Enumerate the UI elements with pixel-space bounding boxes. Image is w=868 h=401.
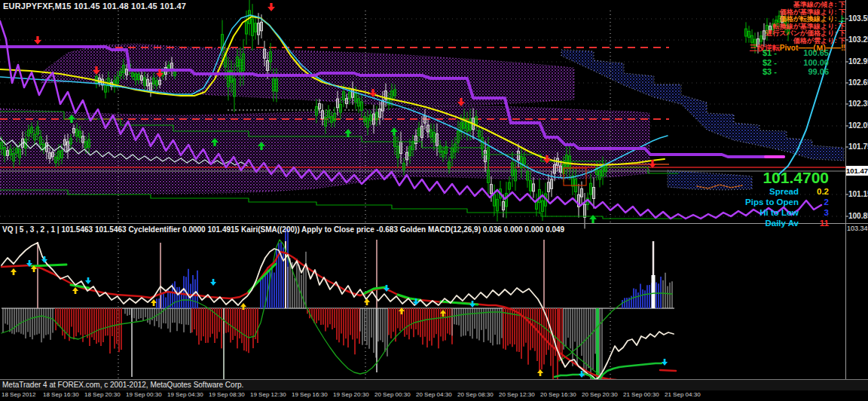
- price-axis-tick: 103.55: [848, 14, 868, 23]
- time-axis-label: 18 Sep 2012: [2, 391, 35, 398]
- time-axis[interactable]: 18 Sep 201218 Sep 16:3018 Sep 20:3019 Se…: [0, 390, 868, 401]
- price-axis-tick: 102.95: [848, 57, 868, 66]
- price-axis-tick: 103.25: [848, 35, 868, 44]
- time-axis-label: 20 Sep 16:30: [540, 391, 576, 398]
- time-axis-label: 19 Sep 20:30: [333, 391, 369, 398]
- price-axis-tick: 102.05: [848, 121, 868, 130]
- time-axis-label: 21 Sep 04:30: [665, 391, 701, 398]
- time-axis-label: 19 Sep 00:30: [126, 391, 162, 398]
- chart-title: EURJPYFXF,M15 101.45 101.48 101.45 101.4…: [3, 2, 186, 11]
- price-axis-tick: 101.15: [848, 190, 868, 198]
- time-axis-label: 20 Sep 08:30: [457, 391, 494, 398]
- pivot-support-levels: $1 - 100.65 $2 - 100.00 $3 - 99.06: [763, 48, 829, 77]
- time-axis-label: 18 Sep 20:30: [84, 391, 121, 398]
- ichimoku-status-panel: 基準線の傾き: 下 価格が基準線より: 下 価格が転換線より: 上 転換線が基準…: [750, 2, 845, 53]
- chart-canvas[interactable]: [0, 0, 868, 401]
- pips-to-open-row: Pips to Open 2: [745, 197, 829, 207]
- spread-row: Spread 0.2: [745, 186, 829, 197]
- indicator-subwindow-header: VQ | 5 , 3 , 2 , 1 | 101.5463 101.5463 C…: [2, 225, 564, 234]
- time-axis-label: 18 Sep 16:30: [43, 391, 79, 398]
- sub-axis-max-label: 103.349: [847, 225, 868, 232]
- status-bar: MetaTrader 4 at FOREX.com, c 2001-2012, …: [0, 379, 868, 390]
- time-axis-label: 19 Sep 16:30: [292, 391, 328, 398]
- time-axis-label: 21 Sep 00:30: [623, 391, 659, 398]
- support-level-row: $3 - 99.06: [763, 67, 829, 77]
- time-axis-label: 19 Sep 12:30: [250, 391, 286, 398]
- time-axis-label: 19 Sep 04:30: [167, 391, 203, 398]
- time-axis-label: 20 Sep 00:30: [374, 391, 411, 398]
- time-axis-label: 20 Sep 20:30: [582, 391, 618, 398]
- time-axis-label: 20 Sep 04:30: [416, 391, 452, 398]
- support-level-row: $2 - 100.00: [763, 58, 829, 68]
- price-axis-tick: 100.85: [848, 212, 868, 220]
- time-axis-label: 19 Sep 08:30: [209, 391, 245, 398]
- hi-to-low-row: Hi to Low 3: [745, 207, 829, 218]
- current-price-big: 101.4700: [745, 169, 829, 186]
- daily-av-row: Daily Av 11: [745, 218, 829, 228]
- price-axis-tick: 102.35: [848, 99, 868, 108]
- current-price-tag: 101.47: [846, 166, 868, 176]
- price-info-panel: 101.4700 Spread 0.2 Pips to Open 2 Hi to…: [745, 169, 829, 228]
- support-level-row: $1 - 100.65: [763, 48, 829, 58]
- price-axis-tick: 101.75: [848, 142, 868, 151]
- time-axis-label: 20 Sep 12:30: [499, 391, 535, 398]
- price-axis-tick: 102.65: [848, 78, 868, 87]
- mt4-chart-window: EURJPYFXF,M15 101.45 101.48 101.45 101.4…: [0, 0, 868, 401]
